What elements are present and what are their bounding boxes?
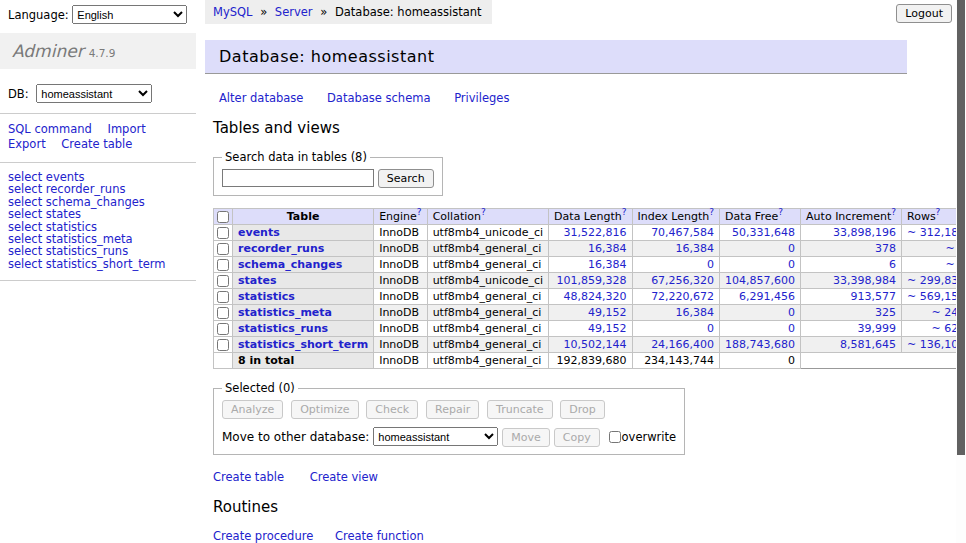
table-name-link[interactable]: schema_changes (238, 258, 342, 271)
create-link[interactable]: Create table (213, 470, 284, 484)
data-length-link[interactable]: 16,384 (588, 258, 627, 271)
index-length-link[interactable]: 67,256,320 (651, 274, 714, 287)
rows-help-icon[interactable]: ? (936, 207, 941, 217)
overwrite-checkbox[interactable] (609, 431, 621, 443)
auto-increment-link[interactable]: 39,999 (858, 322, 897, 335)
sidebar-select-table-link[interactable]: select states (8, 208, 196, 220)
index-length-link[interactable]: 70,467,584 (651, 226, 714, 239)
data-length-link[interactable]: 49,152 (588, 306, 627, 319)
copy-button[interactable]: Copy (554, 428, 600, 447)
row-checkbox[interactable] (217, 291, 229, 303)
data-length-link[interactable]: 101,859,328 (557, 274, 627, 287)
selected-action-button[interactable]: Truncate (487, 400, 552, 419)
auto-increment-link[interactable]: 325 (875, 306, 896, 319)
selected-action-button[interactable]: Analyze (222, 400, 283, 419)
index-length-link[interactable]: 16,384 (676, 242, 715, 255)
sidebar-divider (0, 280, 196, 281)
sidebar-select-table-link[interactable]: select statistics_short_term (8, 258, 196, 270)
create-link[interactable]: Create view (310, 470, 378, 484)
table-name-link[interactable]: statistics_meta (238, 306, 332, 319)
data-free-cell: 50,331,648 (720, 225, 801, 241)
index-length-link[interactable]: 0 (707, 322, 714, 335)
row-checkbox[interactable] (217, 259, 229, 271)
create-links-row: Create table Create view (213, 470, 907, 484)
row-checkbox[interactable] (217, 307, 229, 319)
data-length-link[interactable]: 16,384 (588, 242, 627, 255)
header-index-length: Index Length? (632, 209, 720, 225)
table-row: recorder_runs InnoDB utf8mb4_general_ci … (214, 241, 966, 257)
move-button[interactable]: Move (502, 428, 550, 447)
data-length-link[interactable]: 10,502,144 (564, 338, 627, 351)
breadcrumb-mysql-link[interactable]: MySQL (213, 5, 253, 19)
index-length-help-icon[interactable]: ? (709, 207, 714, 217)
row-checkbox[interactable] (217, 323, 229, 335)
data-free-link[interactable]: 0 (788, 306, 795, 319)
routine-links-row: Create procedure Create function (213, 529, 907, 543)
selected-action-button[interactable]: Drop (560, 400, 604, 419)
sidebar-action-link[interactable]: Import (107, 122, 145, 136)
search-input[interactable] (222, 169, 374, 187)
database-nav-link[interactable]: Database schema (327, 91, 430, 105)
index-length-link[interactable]: 72,220,672 (651, 290, 714, 303)
db-select[interactable]: homeassistant (36, 84, 152, 103)
data-length-link[interactable]: 49,152 (588, 322, 627, 335)
auto-increment-link[interactable]: 6 (889, 258, 896, 271)
sidebar-action-link[interactable]: SQL command (8, 122, 92, 136)
auto-increment-help-icon[interactable]: ? (891, 207, 896, 217)
row-checkbox[interactable] (217, 339, 229, 351)
auto-increment-link[interactable]: 913,577 (851, 290, 897, 303)
table-name-link[interactable]: states (238, 274, 277, 287)
data-free-link[interactable]: 0 (788, 242, 795, 255)
row-checkbox[interactable] (217, 243, 229, 255)
data-free-link[interactable]: 104,857,600 (725, 274, 795, 287)
sidebar-actions: SQL command Import Export Create table (8, 122, 170, 152)
selected-action-button[interactable]: Check (366, 400, 418, 419)
table-name-link[interactable]: statistics_runs (238, 322, 328, 335)
breadcrumb-server-link[interactable]: Server (275, 5, 313, 19)
engine-cell: InnoDB (374, 337, 427, 353)
sidebar-select-table-link[interactable]: select statistics_runs (8, 245, 196, 257)
data-length-link[interactable]: 31,522,816 (564, 226, 627, 239)
auto-increment-link[interactable]: 378 (875, 242, 896, 255)
database-nav-link[interactable]: Privileges (454, 91, 509, 105)
data-length-link[interactable]: 48,824,320 (564, 290, 627, 303)
selected-action-button[interactable]: Optimize (291, 400, 358, 419)
sidebar-select-table-link[interactable]: select recorder_runs (8, 183, 196, 195)
table-name-link[interactable]: statistics_short_term (238, 338, 368, 351)
row-checkbox[interactable] (217, 275, 229, 287)
search-button[interactable]: Search (378, 169, 434, 188)
selected-action-button[interactable]: Repair (426, 400, 479, 419)
select-all-checkbox[interactable] (217, 211, 229, 223)
routine-create-link[interactable]: Create procedure (213, 529, 313, 543)
engine-help-icon[interactable]: ? (417, 207, 422, 217)
data-free-link[interactable]: 188,743,680 (725, 338, 795, 351)
collation-help-icon[interactable]: ? (481, 207, 486, 217)
table-name-cell: statistics_runs (233, 321, 374, 337)
move-db-select[interactable]: homeassistant (373, 427, 498, 446)
row-checkbox[interactable] (217, 227, 229, 239)
auto-increment-cell: 325 (801, 305, 902, 321)
adminer-version-link[interactable]: 4.7.9 (89, 47, 116, 59)
auto-increment-link[interactable]: 33,898,196 (833, 226, 896, 239)
total-engine-cell: InnoDB (374, 353, 427, 369)
sidebar-action-link[interactable]: Create table (61, 137, 132, 151)
database-nav-link[interactable]: Alter database (219, 91, 303, 105)
sidebar-action-link[interactable]: Export (8, 137, 46, 151)
auto-increment-link[interactable]: 33,398,984 (833, 274, 896, 287)
header-auto-increment: Auto Increment? (801, 209, 902, 225)
auto-increment-link[interactable]: 8,581,645 (840, 338, 896, 351)
data-free-help-icon[interactable]: ? (778, 207, 783, 217)
data-free-link[interactable]: 6,291,456 (739, 290, 795, 303)
scrollbar-thumb[interactable] (957, 0, 965, 455)
index-length-link[interactable]: 0 (707, 258, 714, 271)
table-name-link[interactable]: recorder_runs (238, 242, 324, 255)
data-free-link[interactable]: 50,331,648 (732, 226, 795, 239)
routine-create-link[interactable]: Create function (335, 529, 424, 543)
table-name-link[interactable]: events (238, 226, 280, 239)
index-length-link[interactable]: 16,384 (676, 306, 715, 319)
table-name-link[interactable]: statistics (238, 290, 295, 303)
data-length-help-icon[interactable]: ? (622, 207, 627, 217)
data-free-link[interactable]: 0 (788, 322, 795, 335)
index-length-link[interactable]: 24,166,400 (651, 338, 714, 351)
data-free-link[interactable]: 0 (788, 258, 795, 271)
